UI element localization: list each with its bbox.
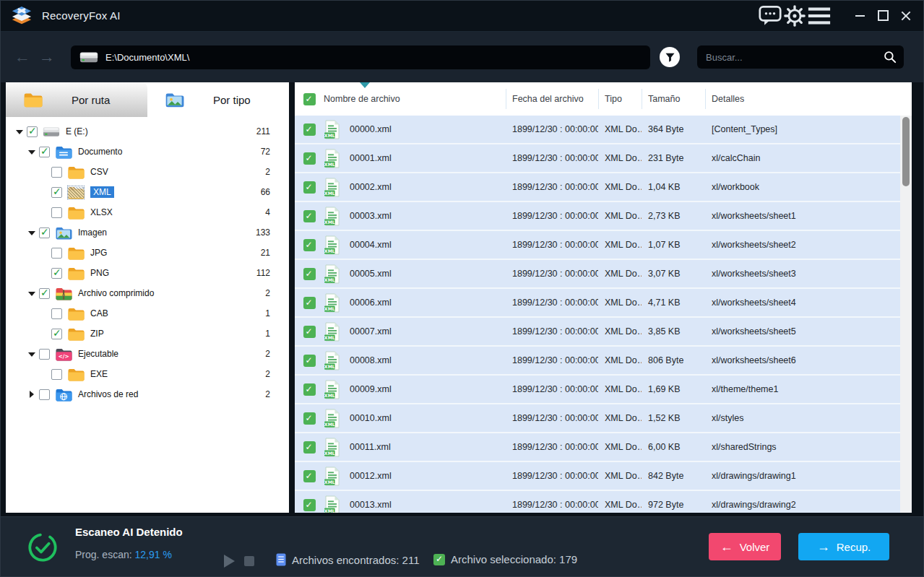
- xml-file-icon: XML: [324, 235, 340, 255]
- table-row[interactable]: XML 00010.xml 1899/12/30 : 00:00:00 XML …: [295, 404, 900, 433]
- tab-por-tipo[interactable]: Por tipo: [147, 82, 289, 117]
- expand-arrow-icon[interactable]: [27, 289, 37, 298]
- row-checkbox[interactable]: [303, 210, 316, 222]
- resume-scan-icon[interactable]: [224, 555, 235, 568]
- select-all-checkbox[interactable]: [303, 93, 316, 105]
- tree-checkbox[interactable]: [51, 308, 62, 319]
- tree-checkbox[interactable]: [51, 207, 62, 218]
- row-checkbox[interactable]: [303, 123, 316, 136]
- expand-arrow-icon[interactable]: [39, 248, 49, 257]
- row-checkbox[interactable]: [303, 470, 316, 482]
- row-checkbox[interactable]: [303, 268, 316, 280]
- column-header-date[interactable]: Fecha del archivo: [506, 82, 598, 116]
- tree-item[interactable]: PNG 112: [6, 263, 289, 283]
- expand-arrow-icon[interactable]: [39, 208, 49, 217]
- recover-button[interactable]: → Recup.: [798, 533, 889, 560]
- row-checkbox[interactable]: [303, 499, 316, 511]
- column-header-name[interactable]: Nombre de archivo: [324, 82, 506, 116]
- file-name: 00007.xml: [350, 326, 506, 337]
- table-row[interactable]: XML 00012.xml 1899/12/30 : 00:00:00 XML …: [295, 462, 900, 491]
- back-button[interactable]: ← Volver: [709, 533, 781, 560]
- column-header-size[interactable]: Tamaño: [642, 82, 705, 116]
- tree-item[interactable]: XML 66: [6, 182, 289, 202]
- tab-por-ruta[interactable]: Por ruta: [6, 82, 147, 117]
- search-box[interactable]: [697, 45, 904, 69]
- expand-arrow-icon[interactable]: [39, 168, 49, 176]
- tree-checkbox[interactable]: [39, 147, 50, 157]
- hamburger-menu-icon[interactable]: [807, 5, 832, 27]
- tree-checkbox[interactable]: [51, 248, 62, 259]
- column-header-type[interactable]: Tipo: [598, 82, 642, 116]
- stop-scan-icon[interactable]: [244, 556, 254, 566]
- tree-item[interactable]: XLSX 4: [6, 202, 289, 222]
- tree-checkbox[interactable]: [51, 268, 62, 279]
- maximize-button[interactable]: [872, 5, 894, 27]
- table-row[interactable]: XML 00000.xml 1899/12/30 : 00:00:00 XML …: [295, 116, 900, 144]
- back-arrow-button[interactable]: ←: [10, 48, 35, 66]
- vertical-scrollbar[interactable]: [900, 116, 912, 513]
- expand-arrow-icon[interactable]: [39, 309, 49, 318]
- table-row[interactable]: XML 00002.xml 1899/12/30 : 00:00:00 XML …: [295, 173, 900, 202]
- tree-item[interactable]: </> Ejecutable 2: [6, 344, 289, 364]
- expand-arrow-icon[interactable]: [39, 188, 49, 196]
- table-row[interactable]: XML 00004.xml 1899/12/30 : 00:00:00 XML …: [295, 231, 900, 260]
- table-row[interactable]: XML 00006.xml 1899/12/30 : 00:00:00 XML …: [295, 289, 900, 318]
- row-checkbox[interactable]: [303, 239, 316, 251]
- tree-item[interactable]: EXE 2: [6, 364, 289, 384]
- expand-arrow-icon[interactable]: [39, 269, 49, 277]
- scrollbar-thumb[interactable]: [902, 117, 910, 186]
- table-row[interactable]: XML 00009.xml 1899/12/30 : 00:00:00 XML …: [295, 376, 900, 404]
- table-row[interactable]: XML 00007.xml 1899/12/30 : 00:00:00 XML …: [295, 318, 900, 347]
- tree-item[interactable]: JPG 21: [6, 243, 289, 263]
- path-input[interactable]: E:\Documento\XML\: [71, 45, 650, 69]
- table-row[interactable]: XML 00003.xml 1899/12/30 : 00:00:00 XML …: [295, 202, 900, 231]
- tree-checkbox[interactable]: [39, 288, 50, 299]
- tree-checkbox[interactable]: [51, 329, 62, 339]
- tree-item[interactable]: Archivo comprimido 2: [6, 283, 289, 303]
- row-checkbox[interactable]: [303, 355, 316, 367]
- table-row[interactable]: XML 00008.xml 1899/12/30 : 00:00:00 XML …: [295, 347, 900, 376]
- table-row[interactable]: XML 00001.xml 1899/12/30 : 00:00:00 XML …: [295, 144, 900, 173]
- tree-checkbox[interactable]: [39, 349, 50, 360]
- expand-arrow-icon[interactable]: [14, 127, 25, 136]
- tree-checkbox[interactable]: [51, 187, 62, 198]
- table-row[interactable]: XML 00013.xml 1899/12/30 : 00:00:00 XML …: [295, 491, 900, 513]
- search-icon[interactable]: [884, 51, 897, 64]
- expand-arrow-icon[interactable]: [27, 228, 37, 237]
- tree-item[interactable]: E (E:) 211: [6, 121, 289, 142]
- row-checkbox[interactable]: [303, 441, 316, 454]
- tree-item[interactable]: CAB 1: [6, 303, 289, 324]
- row-checkbox[interactable]: [303, 181, 316, 194]
- row-checkbox[interactable]: [303, 152, 316, 165]
- tree-checkbox[interactable]: [39, 227, 50, 238]
- tree-checkbox[interactable]: [27, 126, 38, 137]
- tree-item[interactable]: Archivos de red 2: [6, 384, 289, 404]
- expand-arrow-icon[interactable]: [39, 329, 49, 338]
- minimize-button[interactable]: [849, 5, 871, 27]
- row-checkbox[interactable]: [303, 326, 316, 338]
- funnel-icon: [665, 52, 675, 63]
- expand-arrow-icon[interactable]: [27, 390, 37, 399]
- tree-checkbox[interactable]: [39, 389, 50, 400]
- expand-arrow-icon[interactable]: [27, 350, 37, 358]
- tree-item[interactable]: CSV 2: [6, 162, 289, 182]
- table-row[interactable]: XML 00011.xml 1899/12/30 : 00:00:00 XML …: [295, 433, 900, 462]
- feedback-icon[interactable]: [758, 5, 782, 27]
- tree-checkbox[interactable]: [51, 369, 62, 380]
- row-checkbox[interactable]: [303, 412, 316, 425]
- row-checkbox[interactable]: [303, 297, 316, 309]
- tree-checkbox[interactable]: [51, 167, 62, 178]
- column-header-details[interactable]: Detalles: [705, 82, 912, 116]
- tree-item[interactable]: Documento 72: [6, 142, 289, 162]
- search-input[interactable]: [706, 52, 884, 63]
- forward-arrow-button[interactable]: →: [35, 48, 59, 66]
- table-row[interactable]: XML 00005.xml 1899/12/30 : 00:00:00 XML …: [295, 260, 900, 289]
- settings-gear-icon[interactable]: [782, 5, 807, 27]
- expand-arrow-icon[interactable]: [27, 147, 37, 156]
- row-checkbox[interactable]: [303, 383, 316, 396]
- close-button[interactable]: [895, 5, 917, 27]
- filter-button[interactable]: [660, 47, 680, 67]
- tree-item[interactable]: Imagen 133: [6, 222, 289, 243]
- tree-item[interactable]: ZIP 1: [6, 324, 289, 344]
- expand-arrow-icon[interactable]: [39, 370, 49, 378]
